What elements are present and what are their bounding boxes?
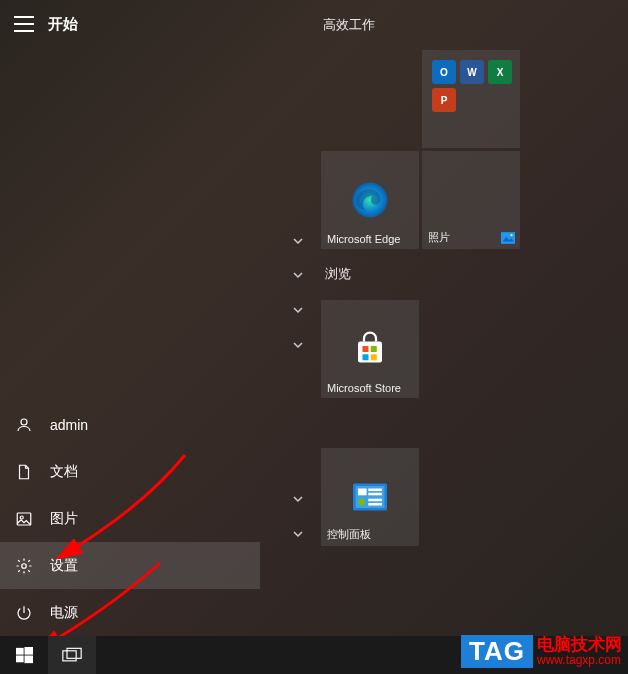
word-icon: W bbox=[460, 60, 484, 84]
svg-rect-21 bbox=[16, 647, 24, 654]
svg-rect-23 bbox=[16, 655, 24, 662]
tile-control-panel[interactable]: 控制面板 bbox=[321, 448, 419, 546]
outlook-icon: O bbox=[432, 60, 456, 84]
svg-rect-19 bbox=[368, 499, 382, 502]
svg-rect-25 bbox=[63, 651, 76, 661]
svg-rect-5 bbox=[501, 232, 515, 244]
powerpoint-icon: P bbox=[432, 88, 456, 112]
watermark-cn: 电脑技术网 bbox=[537, 636, 622, 655]
pictures-label: 图片 bbox=[50, 510, 78, 528]
tile-edge[interactable]: Microsoft Edge bbox=[321, 151, 419, 249]
user-label: admin bbox=[50, 417, 88, 433]
edge-icon bbox=[349, 179, 391, 221]
svg-rect-15 bbox=[358, 489, 367, 496]
right-column: 高效工作 O W X P Microsoft Edge 照片 浏览 bbox=[260, 0, 628, 636]
task-view-icon bbox=[62, 647, 82, 663]
group-browse-label[interactable]: 浏览 bbox=[325, 265, 351, 283]
svg-rect-20 bbox=[368, 503, 382, 506]
tile-edge-label: Microsoft Edge bbox=[327, 233, 400, 245]
chevron-down-icon[interactable] bbox=[289, 336, 307, 354]
chevron-down-icon[interactable] bbox=[289, 232, 307, 250]
svg-rect-10 bbox=[371, 346, 377, 352]
settings-label: 设置 bbox=[50, 557, 78, 575]
start-header: 开始 bbox=[0, 0, 260, 48]
photos-icon bbox=[500, 231, 516, 245]
store-icon bbox=[352, 331, 388, 367]
documents-label: 文档 bbox=[50, 463, 78, 481]
chevron-down-icon[interactable] bbox=[289, 525, 307, 543]
svg-point-3 bbox=[22, 563, 27, 568]
document-icon bbox=[14, 462, 34, 482]
start-button[interactable] bbox=[0, 636, 48, 674]
power-label: 电源 bbox=[50, 604, 78, 622]
user-icon bbox=[14, 415, 34, 435]
svg-rect-12 bbox=[371, 354, 377, 360]
group-productivity-label[interactable]: 高效工作 bbox=[323, 16, 628, 34]
chevron-down-icon[interactable] bbox=[289, 266, 307, 284]
control-panel-icon bbox=[353, 483, 387, 511]
svg-point-0 bbox=[21, 419, 27, 425]
watermark-url: www.tagxp.com bbox=[537, 654, 622, 667]
svg-rect-22 bbox=[24, 647, 33, 655]
pictures-icon bbox=[14, 509, 34, 529]
tile-office[interactable]: O W X P bbox=[422, 50, 520, 148]
svg-rect-8 bbox=[358, 342, 382, 363]
hamburger-icon[interactable] bbox=[14, 16, 34, 32]
left-column: 开始 admin 文档 图片 bbox=[0, 0, 260, 636]
chevron-down-icon[interactable] bbox=[289, 301, 307, 319]
power-icon bbox=[14, 603, 34, 623]
office-folder-grid: O W X P bbox=[432, 60, 512, 112]
task-view-button[interactable] bbox=[48, 636, 96, 674]
windows-icon bbox=[16, 647, 33, 664]
svg-rect-9 bbox=[363, 346, 369, 352]
excel-icon: X bbox=[488, 60, 512, 84]
svg-rect-17 bbox=[368, 493, 382, 496]
svg-point-18 bbox=[358, 499, 365, 506]
chevron-down-icon[interactable] bbox=[289, 490, 307, 508]
svg-rect-16 bbox=[368, 489, 382, 492]
tile-photos-label: 照片 bbox=[428, 230, 450, 245]
pictures-item[interactable]: 图片 bbox=[0, 495, 260, 542]
tile-photos[interactable]: 照片 bbox=[422, 151, 520, 249]
left-bottom-list: admin 文档 图片 设置 bbox=[0, 401, 260, 636]
tile-control-label: 控制面板 bbox=[327, 527, 371, 542]
svg-rect-26 bbox=[67, 648, 81, 658]
svg-rect-11 bbox=[363, 354, 369, 360]
gear-icon bbox=[14, 556, 34, 576]
watermark: TAG 电脑技术网 www.tagxp.com bbox=[461, 635, 622, 668]
svg-point-2 bbox=[20, 516, 23, 519]
settings-item[interactable]: 设置 bbox=[0, 542, 260, 589]
start-label: 开始 bbox=[48, 15, 78, 34]
tile-store[interactable]: Microsoft Store bbox=[321, 300, 419, 398]
user-item[interactable]: admin bbox=[0, 401, 260, 448]
tile-store-label: Microsoft Store bbox=[327, 382, 401, 394]
svg-rect-24 bbox=[24, 655, 33, 663]
watermark-tag: TAG bbox=[461, 635, 533, 668]
documents-item[interactable]: 文档 bbox=[0, 448, 260, 495]
start-menu: 开始 admin 文档 图片 bbox=[0, 0, 628, 636]
power-item[interactable]: 电源 bbox=[0, 589, 260, 636]
svg-point-7 bbox=[510, 234, 512, 236]
